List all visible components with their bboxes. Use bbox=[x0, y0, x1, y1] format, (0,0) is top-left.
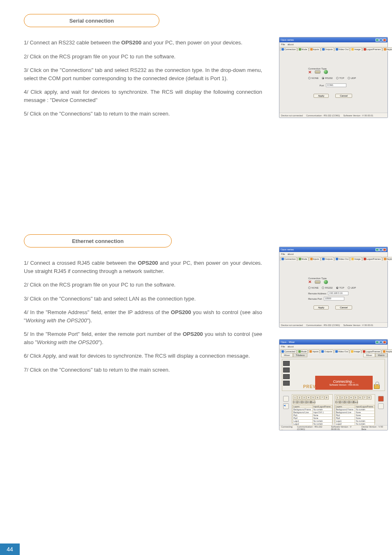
page-number: 44 bbox=[0, 543, 20, 555]
apply-button[interactable]: Apply bbox=[314, 94, 329, 98]
stepback-button[interactable] bbox=[378, 403, 384, 409]
none-icon: ✕ bbox=[308, 70, 311, 74]
globe-icon bbox=[324, 70, 328, 74]
eth-step-6: 6/ Click Apply, and wait for devices to … bbox=[24, 352, 262, 360]
ethernet-header: Ethernet connection bbox=[24, 234, 172, 247]
screenshot-ethernet: Opus series Fileabout Connection Mode In… bbox=[279, 247, 388, 328]
serial-steps: 1/ Connect an RS232 cable between the OP… bbox=[24, 39, 262, 124]
lock-button[interactable] bbox=[378, 396, 384, 402]
slot-SDI1[interactable]: SDI1 bbox=[302, 400, 306, 404]
ethernet-steps: 1/ Connect a crossed RJ45 cable between … bbox=[24, 259, 262, 379]
slot-2[interactable]: 2 bbox=[340, 395, 344, 400]
tab-connection[interactable]: Connection bbox=[280, 257, 297, 261]
slot-SDI2[interactable]: SDI2 bbox=[349, 400, 353, 404]
connection-panel: Connection Type ✕ NONE RS232 TCP UDP Por… bbox=[308, 67, 357, 100]
tab-connection[interactable]: Connection bbox=[280, 47, 297, 51]
tab-mode[interactable]: Mode bbox=[297, 47, 309, 51]
slot-1[interactable]: 1 bbox=[293, 395, 297, 400]
recycle-icon[interactable] bbox=[283, 396, 289, 402]
radio-udp[interactable]: UDP bbox=[348, 287, 356, 289]
slot-8[interactable]: 8 bbox=[367, 395, 371, 400]
tab-outputs[interactable]: Outputs bbox=[321, 47, 334, 51]
radio-none[interactable]: NONE bbox=[308, 287, 318, 289]
slot-DVI2[interactable]: DVI2 bbox=[297, 400, 302, 404]
subtab-mixer[interactable]: Mixer bbox=[281, 353, 293, 357]
serial-step-3: 3/ Click on the "Connections" tab and se… bbox=[24, 66, 262, 82]
slot-6[interactable]: 6 bbox=[316, 395, 320, 400]
serial-icon bbox=[315, 280, 321, 284]
slot-8[interactable]: 8 bbox=[325, 395, 329, 400]
slot-2[interactable]: 2 bbox=[297, 395, 302, 400]
radio-rs232[interactable]: RS232 bbox=[322, 287, 332, 289]
serial-step-2: 2/ Click on the RCS program file on your… bbox=[24, 53, 262, 61]
serial-step-5: 5/ Click on the "Connections" tab to ret… bbox=[24, 110, 262, 118]
back-icon[interactable]: ◀ bbox=[283, 403, 289, 409]
eth-step-2: 2/ Click on the RCS program file on your… bbox=[24, 281, 262, 289]
none-icon: ✕ bbox=[308, 280, 311, 284]
ethernet-title: Ethernet connection bbox=[72, 238, 124, 244]
serial-title: Serial connection bbox=[69, 18, 114, 24]
screenshot-serial: Opus series File about Connection Mode I… bbox=[279, 37, 388, 118]
preview-area: PREVIEW MAIN Connecting... Software Vers… bbox=[282, 359, 385, 391]
tab-connected[interactable]: Connected bbox=[280, 349, 297, 353]
cancel-button[interactable]: Cancel bbox=[335, 305, 352, 310]
slot-DVI2[interactable]: DVI2 bbox=[340, 400, 344, 404]
globe-icon bbox=[324, 280, 328, 284]
eth-step-4: 4/ In the "Remote Address" field, enter … bbox=[24, 308, 262, 324]
lock-icon bbox=[374, 382, 380, 389]
slot-Black[interactable]: Black bbox=[311, 400, 315, 404]
slot-DVI1[interactable]: DVI1 bbox=[293, 400, 297, 404]
tab-row: Connection Mode Inputs Outputs Video Out… bbox=[279, 46, 387, 51]
slot-7[interactable]: 7 bbox=[363, 395, 367, 400]
tab-logos[interactable]: Logos/Frames bbox=[362, 47, 382, 51]
serial-step-4: 4/ Click apply, and wait for devices to … bbox=[24, 88, 262, 104]
eth-step-7: 7/ Click on the "Connections" tab to ret… bbox=[24, 366, 262, 374]
tab-keying[interactable]: Keying bbox=[383, 47, 392, 51]
eth-step-1: 1/ Connect a crossed RJ45 cable between … bbox=[24, 259, 262, 275]
tab-image[interactable]: Image bbox=[350, 47, 362, 51]
slot-1[interactable]: 1 bbox=[336, 395, 340, 400]
slot-DVI1[interactable]: DVI1 bbox=[336, 400, 340, 404]
slot-SDI1[interactable]: SDI1 bbox=[345, 400, 349, 404]
slot-Black[interactable]: Black bbox=[354, 400, 358, 404]
serial-step-1: 1/ Connect an RS232 cable between the OP… bbox=[24, 39, 262, 47]
statusbar: Device not connected Communication : RS-… bbox=[279, 113, 387, 118]
connecting-box: Connecting... Software Version : V00.00.… bbox=[315, 376, 373, 390]
slot-3[interactable]: 3 bbox=[345, 395, 349, 400]
titlebar: Opus series bbox=[279, 37, 387, 42]
eth-step-5: 5/ In the "Remote Port" field, enter the… bbox=[24, 330, 262, 346]
slot-5[interactable]: 5 bbox=[311, 395, 315, 400]
slot-7[interactable]: 7 bbox=[320, 395, 324, 400]
slot-6[interactable]: 6 bbox=[358, 395, 362, 400]
screenshot-connecting: Opus - Mixer Fileabout Connected Mode In… bbox=[279, 339, 388, 430]
radio-udp[interactable]: UDP bbox=[348, 77, 356, 79]
radio-none[interactable]: NONE bbox=[308, 77, 318, 79]
serial-icon bbox=[315, 70, 321, 74]
port-select[interactable]: COM1 bbox=[326, 83, 346, 87]
slot-3[interactable]: 3 bbox=[302, 395, 306, 400]
tab-inputs[interactable]: Inputs bbox=[309, 47, 321, 51]
serial-header: Serial connection bbox=[24, 14, 159, 27]
radio-tcp[interactable]: TCP bbox=[336, 77, 344, 79]
menubar: File about bbox=[279, 42, 387, 46]
slot-4[interactable]: 4 bbox=[349, 395, 353, 400]
eth-step-3: 3/ Click on the "Connections" tab and se… bbox=[24, 295, 262, 303]
slot-4[interactable]: 4 bbox=[307, 395, 311, 400]
remote-address-input[interactable]: 192.168.0.16 bbox=[328, 291, 348, 295]
apply-button[interactable]: Apply bbox=[314, 305, 329, 310]
subtab-titleless[interactable]: Titleless bbox=[293, 353, 308, 357]
slot-5[interactable]: 5 bbox=[354, 395, 358, 400]
remote-port-input[interactable]: 10500 bbox=[324, 297, 344, 301]
slot-SDI2[interactable]: SDI2 bbox=[307, 400, 311, 404]
radio-tcp[interactable]: TCP bbox=[336, 287, 344, 289]
radio-rs232[interactable]: RS232 bbox=[322, 77, 332, 79]
tab-video-out[interactable]: Video Out bbox=[334, 47, 350, 51]
cancel-button[interactable]: Cancel bbox=[335, 94, 352, 98]
